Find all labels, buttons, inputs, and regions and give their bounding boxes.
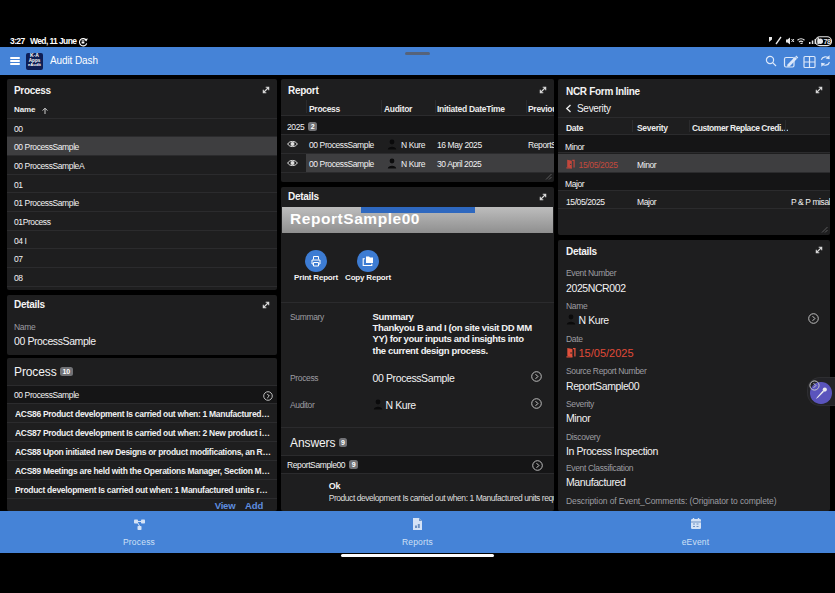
svg-text:78: 78 (823, 37, 831, 46)
